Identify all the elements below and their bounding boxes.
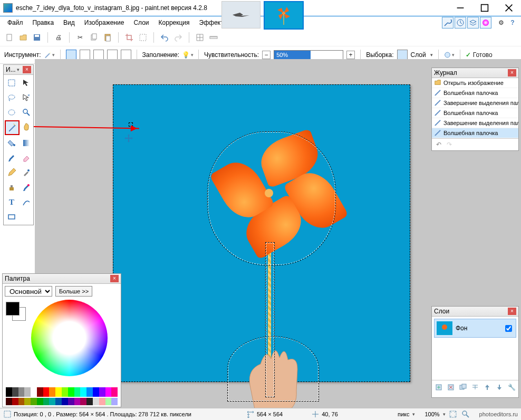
current-tool-icon[interactable]: ▾: [44, 50, 55, 60]
swatch[interactable]: [62, 387, 68, 397]
menu-file[interactable]: Файл: [3, 18, 27, 27]
status-zoom[interactable]: 100%: [424, 411, 439, 417]
history-item[interactable]: Завершение выделения палочкой: [432, 98, 518, 108]
tool-lasso[interactable]: [5, 91, 18, 104]
canvas[interactable]: [113, 84, 410, 382]
palette-close-icon[interactable]: ×: [110, 275, 119, 282]
swatch[interactable]: [111, 398, 118, 405]
swatch[interactable]: [12, 387, 18, 397]
menu-layers[interactable]: Слои: [129, 18, 153, 27]
swatch[interactable]: [12, 398, 18, 405]
tool-fill[interactable]: [5, 136, 18, 150]
swatch[interactable]: [49, 387, 55, 397]
settings-icon[interactable]: ⚙: [496, 17, 506, 28]
swatch[interactable]: [105, 398, 112, 405]
layer-merge-icon[interactable]: [470, 382, 479, 393]
deselect-icon[interactable]: [138, 32, 148, 43]
selmode-replace[interactable]: [66, 50, 76, 60]
paste-icon[interactable]: [102, 32, 113, 43]
layers-close-icon[interactable]: ×: [508, 308, 516, 315]
swatch[interactable]: [68, 398, 74, 405]
ready-button[interactable]: ✓Готово: [466, 51, 493, 59]
swatch[interactable]: [6, 387, 12, 397]
swatch[interactable]: [31, 398, 37, 405]
document-thumb-2[interactable]: [264, 1, 304, 30]
menu-image[interactable]: Изображение: [80, 18, 129, 27]
print-icon[interactable]: 🖨: [53, 32, 64, 43]
layer-delete-icon[interactable]: [446, 382, 455, 393]
swatch[interactable]: [37, 387, 43, 397]
flood-mode-icon[interactable]: ▾: [444, 50, 455, 60]
primary-secondary-swatch[interactable]: [6, 302, 26, 320]
history-item[interactable]: Волшебная палочка: [432, 128, 518, 138]
tool-move-pixels[interactable]: [20, 91, 33, 104]
history-item[interactable]: Волшебная палочка: [432, 88, 518, 98]
selmode-xor[interactable]: [121, 50, 131, 60]
status-zoom-icon[interactable]: [460, 409, 471, 419]
palette-more-button[interactable]: Больше >>: [55, 286, 92, 297]
selection-scope-dropdown[interactable]: ▾: [430, 52, 433, 58]
swatch[interactable]: [43, 387, 50, 397]
tolerance-slider[interactable]: 50%: [274, 50, 343, 60]
swatch[interactable]: [37, 398, 43, 405]
history-close-icon[interactable]: ×: [508, 69, 516, 77]
swatch[interactable]: [111, 387, 118, 397]
minimize-button[interactable]: [448, 0, 472, 16]
layer-visible-checkbox[interactable]: [505, 325, 512, 332]
swatch[interactable]: [74, 398, 81, 405]
history-undo-icon[interactable]: ↶: [436, 141, 441, 148]
swatch[interactable]: [105, 387, 112, 397]
selmode-add[interactable]: [80, 50, 90, 60]
tool-color-picker[interactable]: [20, 166, 33, 179]
swatch[interactable]: [55, 387, 62, 397]
selection-scope-icon[interactable]: [397, 50, 408, 60]
help-icon[interactable]: ?: [507, 17, 518, 28]
tolerance-minus[interactable]: −: [262, 51, 271, 59]
swatch[interactable]: [43, 398, 50, 405]
color-swatches-row2[interactable]: [6, 398, 118, 405]
util-tools-icon[interactable]: [442, 17, 454, 28]
swatch[interactable]: [99, 398, 105, 405]
swatch[interactable]: [55, 398, 62, 405]
swatch[interactable]: [86, 398, 93, 405]
swatch[interactable]: [80, 398, 86, 405]
swatch[interactable]: [80, 387, 86, 397]
swatch[interactable]: [24, 398, 31, 405]
layer-up-icon[interactable]: [483, 382, 492, 393]
layer-add-icon[interactable]: [434, 382, 443, 393]
document-thumb-1[interactable]: [221, 1, 260, 28]
swatch[interactable]: [18, 387, 25, 397]
tool-gradient[interactable]: [20, 136, 33, 150]
new-icon[interactable]: [4, 32, 15, 43]
tool-ellipse-select[interactable]: [5, 106, 18, 119]
tool-rect-select[interactable]: [5, 76, 18, 90]
tool-zoom[interactable]: [20, 106, 33, 119]
tools-close-icon[interactable]: ×: [23, 66, 31, 73]
history-item[interactable]: Волшебная палочка: [432, 108, 518, 118]
swatch[interactable]: [31, 387, 37, 397]
close-button[interactable]: [497, 0, 521, 16]
status-fit-icon[interactable]: [448, 409, 458, 419]
selection-scope-value[interactable]: Слой: [411, 51, 426, 59]
tool-move-selection[interactable]: [20, 76, 33, 90]
tool-brush[interactable]: [5, 151, 18, 165]
swatch[interactable]: [93, 387, 99, 397]
history-item[interactable]: Открыть изображение: [432, 78, 518, 88]
save-icon[interactable]: [32, 32, 42, 43]
swatch[interactable]: [62, 398, 68, 405]
maximize-button[interactable]: [472, 0, 497, 16]
tolerance-plus[interactable]: +: [346, 51, 355, 59]
layer-props-icon[interactable]: 🔧: [507, 382, 516, 393]
cut-icon[interactable]: ✂: [75, 32, 85, 43]
history-item[interactable]: Завершение выделения палочкой: [432, 118, 518, 128]
selmode-intersect[interactable]: [107, 50, 118, 60]
tool-line[interactable]: [20, 195, 33, 209]
tool-shapes[interactable]: [5, 210, 18, 224]
layer-duplicate-icon[interactable]: [458, 382, 467, 393]
undo-icon[interactable]: [159, 32, 170, 43]
history-redo-icon[interactable]: ↷: [447, 141, 452, 148]
menu-adjust[interactable]: Коррекция: [155, 18, 194, 27]
util-history-icon[interactable]: [455, 17, 466, 28]
swatch[interactable]: [93, 398, 99, 405]
color-wheel[interactable]: [31, 300, 108, 376]
